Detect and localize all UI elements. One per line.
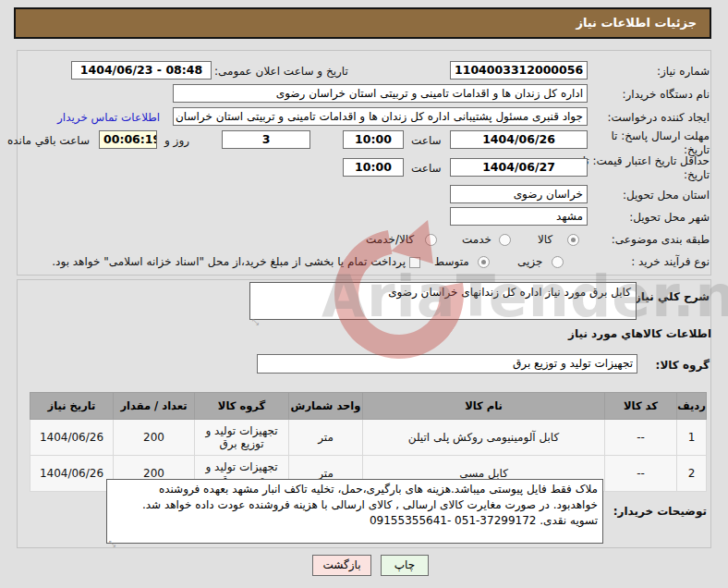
goods-table: ردیف کد کالا نام کالا واحد شمارش گروه کا… — [30, 392, 707, 492]
cell-item-code: -- — [605, 420, 677, 456]
remaining-days-label: روز و — [164, 134, 189, 147]
deadline-date-input[interactable]: 1404/06/26 — [450, 130, 588, 149]
purchase-process-label: نوع فرآیند خرید : — [631, 255, 710, 268]
buyer-contact-link[interactable]: اطلاعات تماس خریدار — [57, 111, 160, 124]
price-validity-label: حداقل تاریخ اعتبار قیمت: تا تاریخ: — [571, 154, 710, 182]
treasury-payment-label: پرداخت تمام یا بخشی از مبلغ خرید،از محل … — [51, 255, 406, 268]
delivery-province-label: استان محل تحویل: — [623, 189, 710, 202]
buyer-notes-textarea[interactable]: ملاک فقط فایل پیوستی میباشد.هزینه های با… — [106, 479, 603, 544]
goods-group-label: گروه کالا: — [656, 359, 710, 372]
col-item-name: نام کالا — [363, 393, 605, 420]
announce-datetime-input[interactable]: 1404/06/23 - 08:48 — [71, 61, 212, 80]
category-option-goods-service-label: کالا/خدمت — [366, 233, 414, 246]
countdown-label: ساعت باقي مانده — [7, 134, 90, 147]
announce-datetime-label: تاریخ و ساعت اعلان عمومی: — [214, 65, 348, 78]
category-radio-service[interactable] — [499, 234, 511, 246]
remaining-days-input[interactable]: 3 — [222, 130, 310, 149]
col-unit: واحد شمارش — [289, 393, 363, 420]
cell-row-number: 2 — [677, 456, 707, 492]
delivery-city-input[interactable]: مشهد — [450, 207, 588, 226]
cell-quantity: 200 — [114, 420, 195, 456]
buyer-org-label: نام دستگاه خریدار: — [623, 88, 710, 101]
validity-time-input[interactable]: 10:00 — [343, 158, 404, 177]
col-need-date: تاریخ نیاز — [30, 393, 114, 420]
process-radio-minor[interactable] — [552, 256, 564, 268]
col-item-code: کد کالا — [605, 393, 677, 420]
deadline-label: مهلت ارسال پاسخ: تا تاریخ: — [593, 129, 710, 157]
col-group: گروه کالا — [195, 393, 289, 420]
goods-section-title: اطلاعات کالاهاي مورد نیاز — [568, 327, 711, 340]
cell-item-name: کابل آلومینیومی روکش پلی اتیلن — [363, 420, 605, 456]
cell-unit: متر — [289, 420, 363, 456]
delivery-province-input[interactable]: خراسان رضوی — [450, 185, 588, 203]
need-number-label: شماره نیاز: — [657, 65, 710, 78]
cell-item-code: -- — [605, 456, 677, 492]
requester-label: ایجاد کننده درخواست: — [607, 111, 710, 124]
need-details-window: جزئیات اطلاعات نیاز AriaTender.net شماره… — [0, 0, 728, 588]
print-button[interactable]: چاپ — [381, 555, 429, 576]
process-option-medium-label: متوسط — [434, 255, 469, 268]
validity-date-input[interactable]: 1404/06/27 — [450, 158, 588, 177]
countdown-input[interactable]: 00:06:19 — [99, 130, 157, 149]
need-number-input[interactable]: 1104003312000056 — [450, 61, 588, 80]
validity-time-label: ساعت — [411, 162, 442, 175]
col-quantity: تعداد / مقدار — [114, 393, 195, 420]
treasury-payment-checkbox[interactable] — [409, 257, 420, 268]
table-row: 1 -- کابل آلومینیومی روکش پلی اتیلن متر … — [30, 420, 707, 456]
general-description-label: شرح کلي نیاز: — [630, 290, 710, 303]
subject-category-label: طبقه بندی موضوعی: — [612, 233, 710, 246]
requester-input[interactable]: جواد قنبری مسئول پشتیبانی اداره کل زندان… — [173, 107, 588, 126]
goods-group-input[interactable]: تجهیزات تولید و توزیع برق — [257, 354, 637, 374]
buyer-org-input[interactable]: اداره کل زندان ها و اقدامات تامینی و ترب… — [173, 84, 588, 103]
category-radio-goods[interactable] — [567, 234, 579, 246]
buyer-notes-label: توضیحات خریدار: — [613, 505, 707, 518]
page-title: جزئیات اطلاعات نیاز — [14, 7, 711, 39]
category-option-goods-label: کالا — [538, 233, 552, 246]
back-button[interactable]: بازگشت — [312, 555, 371, 576]
cell-need-date: 1404/06/26 — [30, 456, 114, 492]
delivery-city-label: شهر محل تحویل: — [629, 211, 710, 224]
col-row-number: ردیف — [677, 393, 707, 420]
process-option-minor-label: جزیی — [517, 255, 542, 268]
cell-group: تجهیزات تولید و توزیع برق — [195, 420, 289, 456]
cell-need-date: 1404/06/26 — [30, 420, 114, 456]
category-radio-goods-service[interactable] — [425, 234, 437, 246]
deadline-time-label: ساعت — [411, 134, 442, 147]
cell-row-number: 1 — [677, 420, 707, 456]
deadline-time-input[interactable]: 10:00 — [343, 130, 404, 149]
category-option-service-label: خدمت — [462, 233, 491, 246]
goods-table-header-row: ردیف کد کالا نام کالا واحد شمارش گروه کا… — [30, 393, 707, 420]
process-radio-medium[interactable] — [478, 256, 490, 268]
general-description-textarea[interactable]: کابل برق مورد نیاز اداره کل زندانهای خرا… — [249, 282, 637, 320]
